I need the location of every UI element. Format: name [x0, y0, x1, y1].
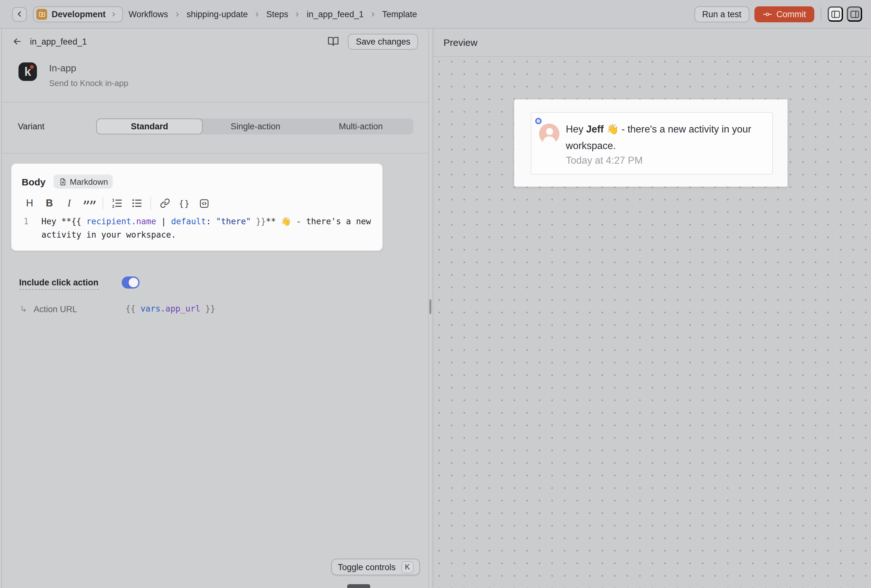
blockquote-icon[interactable]: ”” — [81, 196, 97, 211]
breadcrumb: Workflows shipping-update Steps in_app_f… — [129, 9, 418, 19]
preview-header: Preview — [433, 28, 871, 57]
environment-switcher[interactable]: Development — [33, 6, 123, 22]
action-url-value[interactable]: {{ vars.app_url }} — [126, 304, 216, 313]
preview-title: Preview — [443, 37, 477, 48]
top-bar: Development Workflows shipping-update St… — [0, 0, 871, 28]
knock-logo: k — [18, 63, 37, 81]
git-commit-icon — [762, 9, 772, 19]
breadcrumb-workflow-name[interactable]: shipping-update — [187, 9, 248, 19]
toolbar-divider — [103, 197, 103, 209]
breadcrumb-steps[interactable]: Steps — [266, 9, 288, 19]
panel-right-icon — [849, 9, 860, 19]
code-line: Hey **{{ recipient.name | default: "ther… — [42, 215, 371, 228]
recipient-name: Jeff — [586, 124, 604, 135]
notification-timestamp: Today at 4:27 PM — [566, 155, 643, 166]
hidden-controls-tab — [347, 584, 370, 588]
topbar-divider — [821, 7, 821, 21]
environment-name: Development — [52, 9, 106, 19]
section-divider — [2, 153, 428, 154]
notification-cell: Hey Jeff 👋 - there's a new activity in y… — [531, 112, 773, 175]
body-label: Body — [22, 176, 46, 187]
italic-icon[interactable]: I — [61, 196, 77, 211]
notification-message: Hey Jeff 👋 - there's a new activity in y… — [566, 121, 761, 154]
include-click-action-label: Include click action — [19, 277, 99, 290]
avatar — [539, 124, 560, 144]
breadcrumb-template[interactable]: Template — [382, 9, 418, 19]
run-a-test-button[interactable]: Run a test — [694, 6, 749, 22]
preview-canvas: Hey Jeff 👋 - there's a new activity in y… — [433, 57, 871, 588]
chevron-right-icon — [370, 10, 377, 18]
body-editor-card: Body Markdown H B I ”” — [11, 163, 383, 251]
save-changes-button[interactable]: Save changes — [348, 33, 418, 49]
chevron-left-icon — [15, 9, 24, 18]
variable-braces-icon[interactable]: {} — [177, 196, 192, 211]
toggle-right-panel-button[interactable] — [847, 6, 862, 22]
chevron-right-icon — [254, 10, 260, 18]
app-window: Development Workflows shipping-update St… — [0, 0, 871, 588]
commit-label: Commit — [777, 9, 806, 19]
action-url-row: ↳ Action URL {{ vars.app_url }} — [20, 303, 77, 315]
markdown-format-badge[interactable]: Markdown — [53, 175, 113, 189]
ordered-list-icon[interactable]: 1 2 — [109, 196, 125, 211]
bullet-list-icon[interactable] — [129, 196, 145, 211]
heading-icon[interactable]: H — [22, 196, 37, 211]
template-editor-panel: in_app_feed_1 Save changes k In-app Send… — [1, 28, 429, 588]
variant-label: Variant — [18, 122, 45, 131]
action-url-label: Action URL — [33, 304, 77, 314]
svg-text:1: 1 — [112, 198, 114, 203]
toggle-controls-button[interactable]: Toggle controls K — [331, 559, 420, 575]
channel-name: In-app — [49, 63, 129, 73]
keyboard-shortcut-badge: K — [401, 561, 413, 573]
return-arrow-icon: ↳ — [20, 304, 27, 314]
toggle-left-panel-button[interactable] — [828, 6, 843, 22]
variant-segmented-control: Standard Single-action Multi-action — [96, 118, 413, 135]
toggle-controls-label: Toggle controls — [338, 562, 396, 572]
channel-description: Send to Knock in-app — [49, 78, 129, 88]
svg-text:2: 2 — [112, 204, 114, 209]
chevron-right-icon — [110, 10, 117, 18]
link-icon[interactable] — [157, 196, 173, 211]
chevron-right-icon — [174, 10, 181, 18]
arrow-left-icon[interactable] — [12, 36, 22, 46]
code-line: activity in your workspace. — [42, 228, 371, 241]
preview-panel: Preview Hey Jeff 👋 - there's a new activ… — [433, 28, 871, 588]
unread-indicator — [535, 118, 542, 124]
toggle-knob — [129, 278, 138, 287]
code-block-icon[interactable] — [196, 196, 212, 211]
body-code-editor[interactable]: 1 Hey **{{ recipient.name | default: "th… — [12, 211, 382, 241]
markdown-file-icon — [58, 177, 67, 186]
markdown-badge-label: Markdown — [70, 177, 108, 186]
channel-info: k In-app Send to Knock in-app — [18, 63, 129, 88]
template-header: in_app_feed_1 Save changes — [2, 28, 428, 54]
section-divider — [2, 102, 428, 103]
avatar-person-icon — [546, 128, 553, 135]
docs-book-icon[interactable] — [328, 36, 339, 47]
variant-option-single-action[interactable]: Single-action — [203, 118, 308, 135]
include-click-action-toggle[interactable] — [122, 277, 139, 289]
breadcrumb-step-name[interactable]: in_app_feed_1 — [307, 9, 364, 19]
panel-left-icon — [830, 9, 841, 19]
bold-icon[interactable]: B — [42, 196, 57, 211]
toolbar-divider — [150, 197, 151, 209]
step-title: in_app_feed_1 — [30, 37, 87, 46]
environment-folder-icon — [36, 9, 47, 19]
editor-toolbar: H B I ”” 1 2 — [12, 196, 382, 211]
breadcrumb-workflows[interactable]: Workflows — [129, 9, 168, 19]
panel-resize-handle[interactable] — [430, 299, 431, 314]
commit-button[interactable]: Commit — [754, 6, 814, 22]
variant-option-multi-action[interactable]: Multi-action — [308, 118, 413, 135]
back-button[interactable] — [12, 7, 27, 21]
knock-logo-dot — [30, 65, 34, 69]
variant-option-standard[interactable]: Standard — [96, 118, 203, 135]
feed-preview-container: Hey Jeff 👋 - there's a new activity in y… — [514, 99, 787, 187]
line-number: 1 — [24, 215, 33, 241]
chevron-right-icon — [294, 10, 301, 18]
